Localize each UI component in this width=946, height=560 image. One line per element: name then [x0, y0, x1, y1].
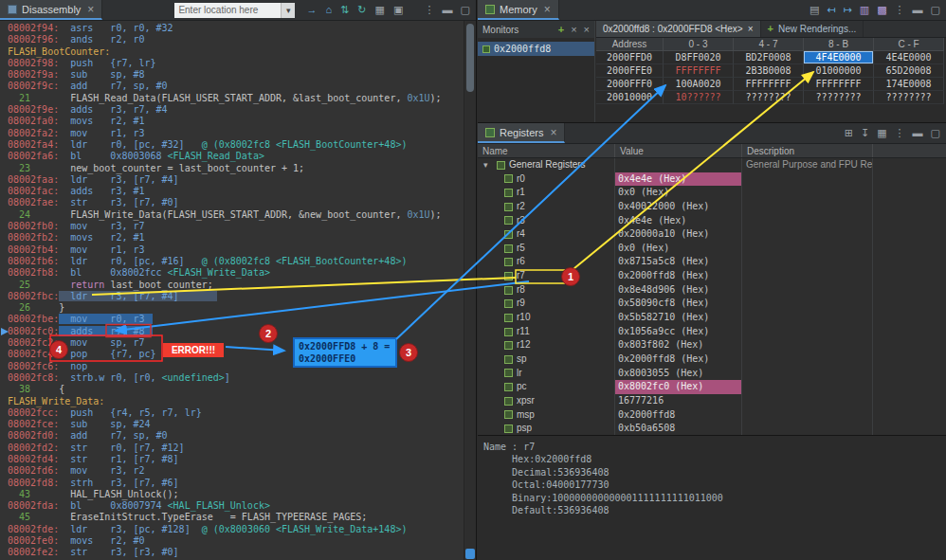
scrollbar-button[interactable] [465, 549, 475, 559]
register-group-row[interactable]: ▾ General Registers General Purpose and … [478, 158, 946, 172]
memory-value-cell[interactable]: ???????? [804, 91, 874, 104]
memory-address-cell[interactable]: 2000FFE0 [596, 64, 664, 78]
disassembly-line[interactable]: 08002fc0: adds r7, #8 [8, 326, 464, 337]
disassembly-scrollbar[interactable] [464, 21, 476, 560]
column-header-8-b[interactable]: 8 - B [804, 38, 874, 51]
pin-icon[interactable]: ▣ [393, 5, 403, 15]
register-row[interactable]: msp0x2000ffd8 [478, 408, 946, 423]
disassembly-line[interactable]: 08002fa2: mov r1, r3 [8, 128, 464, 139]
view-menu-icon[interactable]: ⋮ [425, 5, 435, 15]
register-row[interactable]: r50x0 (Hex) [478, 242, 946, 256]
register-value[interactable]: 0x4e4e (Hex) [615, 214, 742, 228]
register-value[interactable]: 0x2000ffd8 [615, 408, 742, 423]
minimize-icon[interactable]: ▬ [913, 5, 923, 15]
disassembly-line[interactable]: 38 { [8, 384, 464, 395]
disassembly-line[interactable]: 21 FLASH_Read_Data(FLASH_USER_START_ADDR… [8, 93, 464, 104]
register-value[interactable]: 0x8003055 (Hex) [615, 367, 742, 381]
disassembly-line[interactable]: 08002fb6: ldr r0, [pc, #16] @ (0x8002fc8… [8, 256, 464, 267]
disassembly-line[interactable]: 08002fda: bl 0x8007974 <HAL_FLASH_Unlock… [8, 500, 464, 512]
register-value[interactable]: 0x8002fc0 (Hex) [615, 380, 742, 394]
grid-icon[interactable]: ▦ [374, 5, 384, 15]
close-icon[interactable]: × [544, 3, 551, 16]
disassembly-line[interactable]: 43 HAL_FLASH_Unlock(); [8, 489, 464, 500]
register-value[interactable]: 0x20000a10 (Hex) [615, 227, 742, 242]
disassembly-line[interactable]: 08002fa6: bl 0x8003068 <FLASH_Read_Data> [8, 151, 464, 162]
register-row[interactable]: r80x8e48d906 (Hex) [478, 283, 946, 298]
disassembly-line[interactable]: 08002fae: str r3, [r7, #0] [8, 197, 464, 208]
collapse-all-icon[interactable]: ↧ [861, 128, 869, 138]
memory-value-cell[interactable]: FFFFFFFF [734, 78, 804, 91]
memory-value-cell[interactable]: D8FF0020 [664, 51, 734, 64]
register-value[interactable]: 0x58090cf8 (Hex) [615, 297, 742, 311]
goto-address-icon[interactable]: → [306, 5, 317, 15]
disassembly-line[interactable]: 25 return last_boot_counter; [8, 280, 464, 291]
disassembly-line[interactable]: 08002fa0: movs r2, #1 [8, 116, 464, 127]
maximize-icon[interactable]: ▢ [461, 5, 470, 15]
show-columns-icon[interactable]: ⊞ [845, 128, 853, 138]
close-icon[interactable]: × [87, 3, 94, 16]
register-row[interactable]: r120x803f802 (Hex) [478, 338, 946, 352]
register-row[interactable]: pc0x8002fc0 (Hex) [478, 380, 946, 394]
disassembly-line[interactable]: 08002fd2: str r0, [r7, #12] [8, 443, 464, 454]
sync-icon[interactable]: ⇅ [340, 5, 349, 15]
register-row[interactable]: xpsr16777216 [478, 394, 946, 408]
disassembly-line[interactable]: 08002fd6: mov r3, r2 [8, 465, 464, 477]
disassembly-line[interactable]: FLASH_BootCounter: [8, 46, 464, 58]
disassembly-line[interactable]: 08002fbe: mov r0, r3 [8, 314, 464, 325]
column-header-c-f[interactable]: C - F [874, 38, 944, 51]
link-panes-icon[interactable]: ▩ [877, 5, 886, 15]
register-value[interactable]: 0x8715a5c8 (Hex) [615, 255, 742, 269]
column-header-name[interactable]: Name [478, 144, 615, 157]
export-icon[interactable]: ↦ [844, 5, 852, 15]
register-row[interactable]: r70x2000ffd8 (Hex) [478, 269, 946, 283]
register-row[interactable]: r30x4e4e (Hex) [478, 214, 946, 228]
tab-hex-rendering[interactable]: 0x2000ffd8 : 0x2000FFD8 <Hex> × [596, 21, 761, 37]
register-value[interactable]: 0x5b582710 (Hex) [615, 311, 742, 325]
split-pane-icon[interactable]: ▥ [860, 5, 869, 15]
column-header-address[interactable]: Address [596, 38, 664, 51]
register-row[interactable]: r110x1056a9cc (Hex) [478, 325, 946, 339]
chevron-down-icon[interactable]: ▾ [483, 158, 493, 172]
disassembly-line[interactable]: 24 FLASH_Write_Data(FLASH_USER_START_ADD… [8, 209, 464, 221]
view-menu-icon[interactable]: ⋮ [895, 5, 905, 15]
disassembly-line[interactable]: 08002fd4: str r1, [r7, #8] [8, 454, 464, 465]
register-value[interactable]: 0xb50a6508 [615, 422, 742, 435]
register-row[interactable]: r40x20000a10 (Hex) [478, 227, 946, 242]
register-value[interactable]: 16777216 [615, 394, 742, 408]
maximize-icon[interactable]: ▢ [931, 128, 940, 138]
register-value[interactable]: 0x2000ffd8 (Hex) [615, 269, 742, 283]
disassembly-line[interactable]: 08002f98: push {r7, lr} [8, 58, 464, 69]
tab-disassembly[interactable]: Disassembly × [0, 0, 102, 20]
home-icon[interactable]: ⌂ [325, 5, 332, 15]
disassembly-line[interactable]: 08002fbc: ldr r3, [r7, #4] [8, 291, 464, 302]
disassembly-line[interactable]: 08002fd0: add r7, sp, #0 [8, 430, 464, 442]
memory-address-cell[interactable]: 2000FFF0 [596, 78, 664, 91]
disassembly-line[interactable]: 08002fac: adds r3, #1 [8, 186, 464, 197]
register-row[interactable]: lr0x8003055 (Hex) [478, 367, 946, 381]
disassembly-line[interactable]: 08002fc8: strb.w r0, [r0, <undefined>] [8, 372, 464, 384]
memory-value-cell[interactable]: ???????? [734, 91, 804, 104]
disassembly-line[interactable]: 08002fb8: bl 0x8002fcc <FLASH_Write_Data… [8, 267, 464, 279]
memory-value-cell[interactable]: 01000000 [804, 64, 874, 78]
disassembly-line[interactable]: 08002f9a: sub sp, #8 [8, 69, 464, 81]
register-value[interactable]: 0x803f802 (Hex) [615, 338, 742, 352]
register-value[interactable]: 0x8e48d906 (Hex) [615, 283, 742, 298]
refresh-icon[interactable]: ↻ [357, 5, 366, 15]
tab-new-renderings[interactable]: + New Renderings... [761, 21, 864, 37]
memory-value-cell[interactable]: FFFFFFFF [804, 78, 874, 91]
dropdown-icon[interactable]: ▾ [281, 3, 295, 18]
disassembly-line[interactable]: 08002fe0: movs r2, #0 [8, 535, 464, 547]
register-value[interactable]: 0x2000ffd8 (Hex) [615, 352, 742, 367]
register-value[interactable]: 0x4e4e (Hex) [615, 172, 742, 187]
register-row[interactable]: r60x8715a5c8 (Hex) [478, 255, 946, 269]
register-value[interactable]: 0x40022000 (Hex) [615, 200, 742, 214]
view-menu-icon[interactable]: ⋮ [895, 128, 905, 138]
disassembly-line[interactable]: 08002f94: asrs r0, r0, #32 [8, 23, 464, 34]
remove-monitor-icon[interactable]: × [571, 25, 576, 35]
minimize-icon[interactable]: ▬ [443, 5, 453, 15]
disassembly-line[interactable]: 08002fd8: strh r3, [r7, #6] [8, 478, 464, 489]
scrollbar-thumb[interactable] [466, 24, 474, 92]
disassembly-line[interactable]: 08002fb2: movs r2, #1 [8, 232, 464, 244]
disassembly-line[interactable]: 45 EraseInitStruct.TypeErase = FLASH_TYP… [8, 512, 464, 523]
memory-monitor-item[interactable]: 0x2000ffd8 [478, 42, 594, 56]
